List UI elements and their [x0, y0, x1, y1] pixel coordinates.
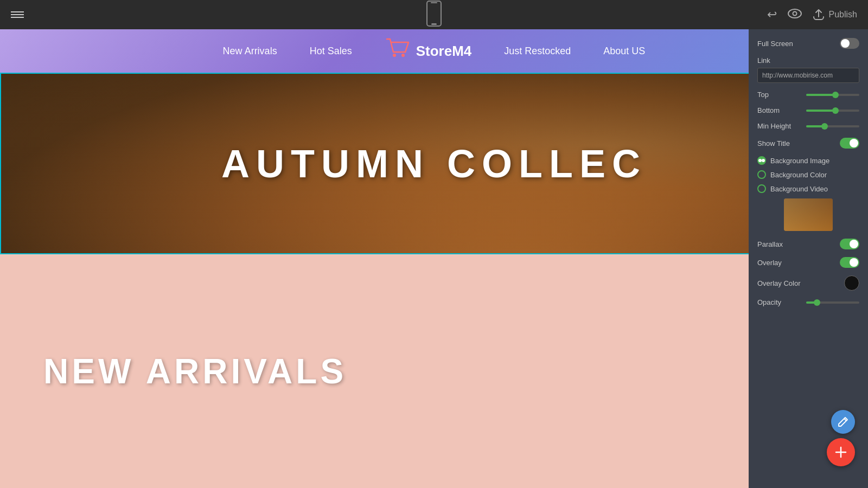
full-screen-row: Full Screen [757, 38, 859, 49]
nav-link-just-restocked[interactable]: Just Restocked [504, 46, 571, 57]
logo-text: StoreM4 [416, 43, 472, 60]
bottom-slider-row: Bottom [757, 106, 859, 114]
bg-video-label: Background Video [770, 185, 828, 193]
bg-color-row[interactable]: Background Color [757, 170, 859, 179]
publish-label: Publish [829, 10, 857, 20]
parallax-label: Parallax [757, 240, 840, 248]
fab-edit-button[interactable] [831, 410, 855, 434]
preview-icon[interactable] [788, 9, 802, 21]
bg-color-label: Background Color [770, 171, 827, 179]
link-section: Link [757, 56, 859, 91]
link-label: Link [757, 56, 859, 65]
bg-color-radio[interactable] [757, 170, 766, 179]
opacity-slider-row: Opacity [757, 298, 859, 306]
top-slider-row: Top [757, 91, 859, 99]
overlay-toggle[interactable] [840, 257, 859, 268]
bg-thumbnail[interactable] [784, 198, 833, 231]
parallax-row: Parallax [757, 239, 859, 249]
overlay-color-row: Overlay Color [757, 275, 859, 291]
hero-text: AUTUMN COLLEC [221, 142, 647, 186]
bg-video-radio[interactable] [757, 184, 766, 193]
nav-logo: StoreM4 [385, 37, 472, 66]
svg-point-4 [793, 12, 796, 16]
nav-link-hot-sales[interactable]: Hot Sales [310, 46, 352, 57]
publish-button[interactable]: Publish [813, 9, 857, 20]
bg-image-row[interactable]: Background Image [757, 156, 859, 165]
fab-add-button[interactable] [827, 438, 855, 466]
toolbar-center [426, 1, 442, 29]
svg-point-5 [393, 54, 396, 57]
top-toolbar: ↩ Publish [0, 0, 868, 29]
opacity-slider[interactable] [806, 301, 859, 304]
full-screen-label: Full Screen [757, 40, 840, 48]
opacity-label: Opacity [757, 298, 801, 306]
bottom-slider[interactable] [806, 110, 859, 112]
svg-rect-0 [427, 1, 441, 26]
bg-video-row[interactable]: Background Video [757, 184, 859, 193]
hero-section: AUTUMN COLLEC [0, 73, 868, 254]
full-screen-toggle[interactable] [840, 38, 859, 49]
overlay-row: Overlay [757, 257, 859, 268]
svg-rect-2 [431, 2, 437, 3]
bg-image-label: Background Image [770, 157, 829, 165]
new-arrivals-text: NEW ARRIVALS [43, 351, 347, 391]
nav-link-new-arrivals[interactable]: New Arrivals [223, 46, 277, 57]
top-slider[interactable] [806, 94, 859, 96]
parallax-toggle[interactable] [840, 239, 859, 249]
show-title-label: Show Title [757, 139, 840, 147]
min-height-slider-row: Min Height [757, 122, 859, 130]
svg-point-6 [401, 54, 405, 57]
bg-thumbnail-container [757, 198, 859, 231]
undo-icon[interactable]: ↩ [767, 8, 777, 22]
bottom-label: Bottom [757, 106, 801, 114]
logo-cart-icon [385, 37, 411, 66]
overlay-label: Overlay [757, 259, 840, 267]
new-arrivals-section: NEW ARRIVALS [0, 254, 868, 488]
show-title-toggle[interactable] [840, 138, 859, 149]
top-label: Top [757, 91, 801, 99]
bg-image-radio[interactable] [757, 156, 766, 165]
min-height-label: Min Height [757, 122, 801, 130]
phone-view-icon[interactable] [426, 1, 442, 29]
overlay-color-swatch[interactable] [844, 275, 859, 291]
overlay-color-label: Overlay Color [757, 279, 844, 287]
svg-point-3 [788, 9, 801, 18]
min-height-slider[interactable] [806, 125, 859, 127]
nav-link-about-us[interactable]: About US [603, 46, 645, 57]
hamburger-menu[interactable] [11, 10, 24, 20]
nav-bar: New Arrivals Hot Sales StoreM4 Just Rest… [0, 29, 868, 73]
link-input[interactable] [757, 68, 859, 83]
toolbar-right: ↩ Publish [767, 8, 857, 22]
svg-rect-1 [431, 23, 437, 25]
show-title-row: Show Title [757, 138, 859, 149]
